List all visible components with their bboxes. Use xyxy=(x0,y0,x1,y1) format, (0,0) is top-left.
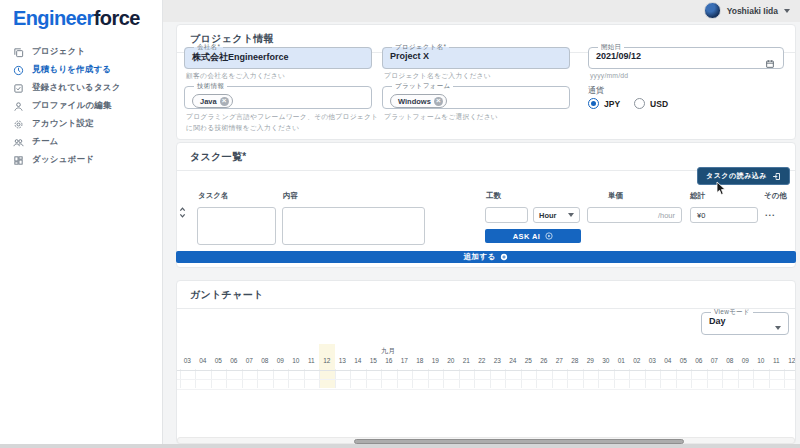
radio-jpy[interactable]: JPY xyxy=(588,98,620,109)
chip-remove-icon[interactable]: × xyxy=(220,97,229,106)
sidebar-item-3[interactable]: プロファイルの編集 xyxy=(0,97,162,115)
gantt-day-tick: 08 xyxy=(257,357,273,364)
chevron-down-icon xyxy=(784,9,790,13)
sidebar-item-6[interactable]: ダッシュボード xyxy=(0,151,162,169)
gantt-day-tick: 26 xyxy=(536,357,552,364)
gantt-day-tick: 18 xyxy=(412,357,428,364)
unit-price-input[interactable]: /hour xyxy=(587,207,682,223)
sidebar-item-label: 登録されているタスク xyxy=(32,82,121,94)
create-estimate-icon xyxy=(13,65,24,76)
gantt-day-tick: 15 xyxy=(366,357,382,364)
gantt-day-tick: 03 xyxy=(645,357,661,364)
gantt-day-tick: 06 xyxy=(691,357,707,364)
task-content-textarea[interactable] xyxy=(282,207,425,245)
gantt-today-highlight xyxy=(319,344,335,388)
chip-remove-icon[interactable]: × xyxy=(434,97,443,106)
currency-label: 通貨 xyxy=(588,85,604,96)
team-icon xyxy=(13,137,24,148)
project-name-field[interactable]: プロジェクト名* Project X xyxy=(382,44,570,69)
avatar[interactable] xyxy=(704,2,721,19)
start-date-field[interactable]: 開始日 2021/09/12 xyxy=(588,44,784,69)
total-input[interactable]: ¥0 xyxy=(690,207,758,223)
gantt-day-tick: 12 xyxy=(784,357,795,364)
add-task-button[interactable]: 追加する xyxy=(176,251,796,263)
task-list-panel: タスク一覧* xyxy=(176,142,796,268)
sidebar-item-5[interactable]: チーム xyxy=(0,133,162,151)
gantt-day-tick: 04 xyxy=(195,357,211,364)
radio-icon xyxy=(634,98,645,109)
gantt-day-tick: 25 xyxy=(521,357,537,364)
sidebar: Engineerforce プロジェクト見積もりを作成する登録されているタスクプ… xyxy=(0,0,163,448)
gantt-day-tick: 01 xyxy=(614,357,630,364)
edit-profile-icon xyxy=(13,101,24,112)
load-tasks-button[interactable]: タスクの読み込み xyxy=(697,167,790,185)
gantt-timeline[interactable]: 九月02030405060708091011121314151617181920… xyxy=(177,344,795,390)
task-name-textarea[interactable] xyxy=(197,207,276,245)
company-name-field[interactable]: 会社名* 株式会社Engineerforce xyxy=(184,44,372,69)
sidebar-item-0[interactable]: プロジェクト xyxy=(0,43,162,61)
user-name: Yoshiaki Iida xyxy=(727,6,778,16)
app-logo[interactable]: Engineerforce xyxy=(13,7,140,30)
platform-chip[interactable]: Windows× xyxy=(390,94,447,108)
gantt-day-tick: 03 xyxy=(180,357,196,364)
gantt-day-tick: 27 xyxy=(552,357,568,364)
dashboard-icon xyxy=(13,155,24,166)
radio-icon xyxy=(588,98,599,109)
col-hours: 工数 xyxy=(486,191,501,201)
project-helper: プロジェクト名をご入力ください xyxy=(384,71,491,82)
gantt-day-tick: 22 xyxy=(474,357,490,364)
tech-info-field[interactable]: 技術情報 Java× xyxy=(184,83,372,109)
hours-input[interactable] xyxy=(485,207,528,223)
gantt-day-tick: 28 xyxy=(567,357,583,364)
sidebar-item-label: 見積もりを作成する xyxy=(32,64,111,76)
sidebar-item-label: アカウント設定 xyxy=(32,118,94,130)
gantt-month-label: 九月 xyxy=(368,346,408,356)
gantt-day-tick: 05 xyxy=(211,357,227,364)
gantt-grid-line xyxy=(177,379,795,380)
sidebar-item-label: プロファイルの編集 xyxy=(32,100,112,112)
user-menu[interactable]: Yoshiaki Iida xyxy=(704,2,790,19)
sidebar-item-label: プロジェクト xyxy=(32,46,85,58)
col-unit-price: 単価 xyxy=(608,191,623,201)
play-circle-icon xyxy=(545,232,553,240)
gantt-day-tick: 20 xyxy=(443,357,459,364)
sidebar-item-2[interactable]: 登録されているタスク xyxy=(0,79,162,97)
row-more-button[interactable]: ... xyxy=(765,208,776,218)
sidebar-item-4[interactable]: アカウント設定 xyxy=(0,115,162,133)
chevron-down-icon xyxy=(568,213,574,217)
tech-helper: プログラミング言語やフレームワーク、その他プロジェクトに関わる技術情報をご入力く… xyxy=(186,112,382,133)
gantt-day-tick: 30 xyxy=(598,357,614,364)
scrollbar-thumb[interactable] xyxy=(354,439,684,444)
import-icon xyxy=(772,172,781,181)
platform-helper: プラットフォームをご選択ください xyxy=(384,112,498,123)
window-bottom-edge xyxy=(0,444,800,448)
account-settings-icon xyxy=(13,119,24,130)
unit-select[interactable]: Hour xyxy=(533,207,580,223)
currency-radios: JPY USD xyxy=(588,98,668,109)
gantt-day-tick: 17 xyxy=(397,357,413,364)
ask-ai-button[interactable]: ASK AI xyxy=(485,229,581,243)
calendar-icon[interactable] xyxy=(765,59,775,69)
col-total: 総計 xyxy=(690,191,705,201)
gantt-day-tick: 10 xyxy=(288,357,304,364)
radio-usd[interactable]: USD xyxy=(634,98,668,109)
gantt-day-tick: 04 xyxy=(660,357,676,364)
horizontal-scrollbar[interactable] xyxy=(177,437,795,444)
gantt-day-tick: 11 xyxy=(769,357,785,364)
col-content: 内容 xyxy=(283,191,298,201)
tech-chip[interactable]: Java× xyxy=(192,94,233,108)
col-other: その他 xyxy=(764,191,787,201)
gantt-day-tick: 09 xyxy=(273,357,289,364)
company-helper: 顧客の会社名をご入力ください xyxy=(186,71,285,82)
gantt-day-tick: 16 xyxy=(381,357,397,364)
sidebar-nav: プロジェクト見積もりを作成する登録されているタスクプロファイルの編集アカウント設… xyxy=(0,43,162,169)
sidebar-item-1[interactable]: 見積もりを作成する xyxy=(0,61,162,79)
date-helper: yyyy/mm/dd xyxy=(590,71,628,82)
sidebar-item-label: チーム xyxy=(32,136,59,148)
registered-tasks-icon xyxy=(13,83,24,94)
gantt-day-tick: 11 xyxy=(304,357,320,364)
platform-field[interactable]: プラットフォーム Windows× xyxy=(382,83,570,109)
view-mode-select[interactable]: Viewモード Day xyxy=(701,309,789,335)
top-bar: Yoshiaki Iida xyxy=(163,0,800,22)
col-task-name: タスク名 xyxy=(198,191,229,201)
